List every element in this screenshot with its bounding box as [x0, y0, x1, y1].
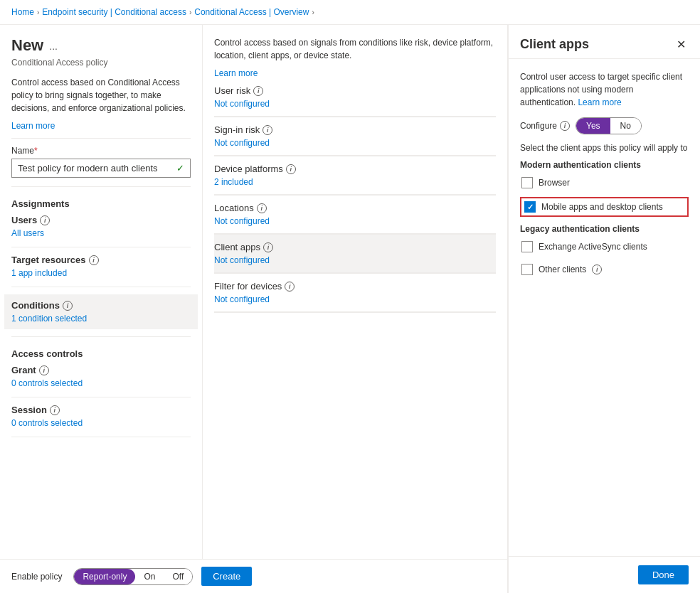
access-controls-label: Access controls	[11, 348, 191, 359]
legacy-auth-label: Legacy authentication clients	[520, 224, 689, 234]
mobile-desktop-label: Mobile apps and desktop clients	[541, 202, 663, 212]
assignments-label: Assignments	[11, 198, 191, 209]
users-info-icon[interactable]: i	[40, 215, 50, 225]
condition-info-icon-1[interactable]: i	[262, 125, 272, 135]
breadcrumb-endpoint-security[interactable]: Endpoint security | Conditional access	[42, 7, 186, 17]
toggle-off[interactable]: Off	[164, 569, 192, 584]
exchange-activesync-checkbox[interactable]	[521, 241, 533, 252]
users-title: Users i	[11, 215, 191, 225]
condition-info-icon-0[interactable]: i	[253, 86, 263, 96]
browser-label: Browser	[539, 178, 570, 188]
mobile-desktop-checkbox-row: Mobile apps and desktop clients	[520, 197, 689, 217]
condition-row-2[interactable]: Device platformsi2 included	[214, 156, 496, 195]
yes-no-toggle[interactable]: Yes No	[576, 117, 642, 134]
target-resources-value[interactable]: 1 app included	[11, 268, 191, 278]
configure-label: Configure i	[520, 121, 570, 131]
grant-info-icon[interactable]: i	[39, 365, 49, 375]
learn-more-link[interactable]: Learn more	[11, 121, 55, 131]
bottom-bar: Enable policy Report-only On Off Create	[0, 559, 507, 593]
side-panel-footer: Done	[509, 556, 700, 593]
configure-yes-button[interactable]: Yes	[576, 118, 610, 134]
session-section: Session i 0 controls selected	[11, 405, 191, 428]
modern-auth-label: Modern authentication clients	[520, 160, 689, 170]
conditions-detail-column: Control access based on signals from con…	[203, 25, 507, 559]
page-dots: ...	[49, 41, 58, 52]
condition-value-5: Not configured	[214, 294, 496, 304]
breadcrumb-sep-1: ›	[37, 9, 39, 16]
condition-info-icon-2[interactable]: i	[286, 164, 296, 174]
conditions-learn-more[interactable]: Learn more	[214, 68, 258, 78]
side-panel-title: Client apps	[520, 37, 589, 52]
grant-section: Grant i 0 controls selected	[11, 365, 191, 388]
condition-title-3: Locationsi	[214, 203, 496, 213]
side-panel-learn-more[interactable]: Learn more	[578, 97, 621, 107]
condition-row-4[interactable]: Client appsiNot configured	[214, 235, 496, 273]
grant-title: Grant i	[11, 365, 191, 375]
done-button[interactable]: Done	[638, 565, 689, 584]
other-clients-info-icon[interactable]: i	[592, 265, 602, 274]
breadcrumb-sep-3: ›	[312, 9, 314, 16]
condition-title-4: Client appsi	[214, 242, 496, 252]
page-title: New	[11, 36, 43, 55]
exchange-activesync-checkbox-row: Exchange ActiveSync clients	[520, 238, 689, 255]
breadcrumb: Home › Endpoint security | Conditional a…	[0, 0, 700, 25]
condition-row-1[interactable]: Sign-in riskiNot configured	[214, 117, 496, 156]
name-label: Name*	[11, 146, 191, 156]
breadcrumb-home[interactable]: Home	[11, 7, 34, 17]
name-input-value: Test policy for modern auth clients	[18, 163, 158, 173]
conditions-value[interactable]: 1 condition selected	[11, 314, 191, 324]
other-clients-checkbox-row: Other clients i	[520, 261, 689, 278]
condition-info-icon-3[interactable]: i	[257, 203, 267, 213]
toggle-on[interactable]: On	[135, 569, 164, 584]
policy-toggle-group[interactable]: Report-only On Off	[73, 568, 193, 585]
condition-value-3: Not configured	[214, 216, 496, 226]
condition-info-icon-4[interactable]: i	[263, 242, 273, 252]
other-clients-checkbox[interactable]	[521, 264, 533, 275]
create-button[interactable]: Create	[201, 567, 252, 586]
target-resources-title: Target resources i	[11, 255, 191, 265]
close-button[interactable]: ✕	[674, 36, 689, 53]
conditions-info-icon[interactable]: i	[63, 301, 73, 311]
condition-title-2: Device platformsi	[214, 164, 496, 174]
users-value[interactable]: All users	[11, 228, 191, 238]
condition-title-5: Filter for devicesi	[214, 281, 496, 292]
name-input[interactable]: Test policy for modern auth clients ✓	[11, 159, 191, 178]
target-resources-info-icon[interactable]: i	[89, 255, 99, 265]
condition-row-3[interactable]: LocationsiNot configured	[214, 196, 496, 234]
condition-value-2: 2 included	[214, 177, 496, 187]
condition-row-5[interactable]: Filter for devicesiNot configured	[214, 274, 496, 312]
condition-title-1: Sign-in riski	[214, 124, 496, 135]
exchange-activesync-label: Exchange ActiveSync clients	[539, 242, 647, 252]
grant-value[interactable]: 0 controls selected	[11, 378, 191, 388]
configure-info-icon[interactable]: i	[560, 121, 570, 131]
conditions-section: Conditions i 1 condition selected	[4, 294, 198, 329]
breadcrumb-sep-2: ›	[189, 9, 191, 16]
target-resources-section: Target resources i 1 app included	[11, 255, 191, 278]
conditions-description: Control access based on signals from con…	[214, 36, 496, 62]
breadcrumb-conditional-access[interactable]: Conditional Access | Overview	[194, 7, 309, 17]
browser-checkbox-row: Browser	[520, 174, 689, 191]
mobile-desktop-checkbox[interactable]	[524, 201, 536, 213]
condition-title-0: User riski	[214, 85, 496, 96]
session-value[interactable]: 0 controls selected	[11, 418, 191, 428]
session-title: Session i	[11, 405, 191, 415]
session-info-icon[interactable]: i	[50, 405, 60, 415]
users-section: Users i All users	[11, 215, 191, 238]
other-clients-label: Other clients	[539, 265, 586, 274]
condition-value-1: Not configured	[214, 138, 496, 148]
left-column: New ... Conditional Access policy Contro…	[0, 25, 203, 559]
condition-info-icon-5[interactable]: i	[285, 282, 295, 292]
side-panel-description: Control user access to target specific c…	[520, 70, 689, 109]
side-panel-header: Client apps ✕	[509, 25, 700, 59]
condition-row-0[interactable]: User riskiNot configured	[214, 78, 496, 117]
toggle-report-only[interactable]: Report-only	[74, 569, 135, 584]
name-check-icon: ✓	[176, 163, 184, 173]
required-marker: *	[34, 146, 38, 156]
client-apps-side-panel: Client apps ✕ Control user access to tar…	[508, 25, 700, 593]
page-description: Control access based on Conditional Acce…	[11, 76, 191, 114]
browser-checkbox[interactable]	[521, 177, 533, 188]
configure-no-button[interactable]: No	[610, 118, 641, 134]
condition-value-0: Not configured	[214, 99, 496, 109]
page-subtitle: Conditional Access policy	[11, 58, 191, 68]
condition-value-4: Not configured	[214, 255, 496, 265]
